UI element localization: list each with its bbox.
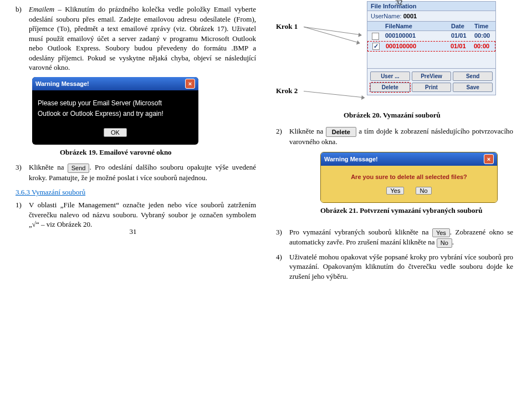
delete-step4-text: Uživatelé mohou opakovat výše popsané kr…	[289, 252, 513, 282]
krok-2-arrow	[304, 91, 365, 98]
item-b-body: – Kliknutím do prázdného kolečka vedle p…	[29, 5, 256, 72]
step-3: 3) Klikněte na Send. Pro odeslání dalšíh…	[16, 162, 256, 182]
username-label: UserName:	[371, 13, 402, 19]
file-info-title: File Information	[367, 2, 495, 11]
col-date: Date	[449, 22, 472, 30]
col-check	[367, 22, 383, 30]
krok-1-arrow	[304, 27, 361, 35]
no-button-inline[interactable]: No	[437, 238, 452, 248]
file-info-username: UserName: 0001	[367, 11, 495, 21]
page-number-left: 31	[130, 227, 137, 236]
warning-dialog-19: Warning Message! × Please setup your Ema…	[32, 77, 198, 145]
delete-button-panel[interactable]: Delete	[370, 83, 410, 92]
no-button[interactable]: No	[416, 187, 431, 195]
delete-step1-num: 1)	[16, 200, 25, 229]
delete-step-4: 4) Uživatelé mohou opakovat výše popsané…	[276, 252, 513, 282]
checkbox-checked-icon[interactable]: ✓	[372, 43, 380, 50]
file-info-panel: File Information UserName: 0001 FileName…	[367, 1, 496, 95]
preview-button[interactable]: PreView	[412, 72, 452, 81]
row1-time: 00:00	[472, 31, 495, 41]
dialog-line2: Outlook or Outlook Express) and try agai…	[38, 109, 193, 119]
warn21-wrap: Warning Message! × Are you sure to delet…	[276, 149, 513, 215]
page-number-right: 32	[396, 0, 403, 7]
send-button-panel[interactable]: Send	[453, 72, 493, 81]
page-left: b) Emailem – Kliknutím do prázdného kole…	[0, 0, 266, 238]
figure-20-caption: Obrázek 20. Vymazání souborů	[344, 111, 441, 119]
dialog-body: Please setup your Email Server (Microsof…	[32, 90, 198, 126]
table-row: 000100001 01/01 00:00	[367, 31, 495, 41]
file-info-panel-wrap: File Information UserName: 0001 FileName…	[365, 1, 496, 95]
delete-step2-num: 2)	[276, 126, 286, 147]
username-value: 0001	[403, 13, 417, 19]
item-b-num: b)	[16, 4, 25, 73]
item-b-em: Emailem	[29, 5, 54, 13]
dialog21-body: Are you sure to delete all selected file…	[321, 166, 497, 202]
col-filename: FileName	[383, 22, 449, 30]
step-3-pre: Klikněte na	[29, 163, 68, 171]
row2-date: 01/01	[448, 42, 472, 52]
list-item-b: b) Emailem – Kliknutím do prázdného kole…	[16, 4, 256, 73]
dialog21-titlebar: Warning Message! ×	[321, 152, 497, 166]
delete-step3-pre: Pro vymazání vybraných souborů klikněte …	[289, 228, 432, 236]
yes-button-inline[interactable]: Yes	[432, 228, 450, 238]
col-time: Time	[472, 22, 495, 30]
user-button[interactable]: User ...	[370, 72, 410, 81]
dialog21-title: Warning Message!	[324, 156, 378, 162]
dialog-title: Warning Message!	[35, 80, 89, 87]
row1-name: 000100001	[383, 31, 449, 41]
delete-step-1: 1) V oblasti „File Management“ označte j…	[16, 200, 256, 229]
delete-step-3: 3) Pro vymazání vybraných souborů klikně…	[276, 227, 513, 286]
file-info-buttons: User ... PreView Send Delete Print Save	[367, 68, 495, 95]
page-right: Krok 1 File Information UserName: 0001 F…	[266, 0, 532, 9]
delete-step4-num: 4)	[276, 252, 286, 282]
fig20-cap-wrap: Obrázek 20. Vymazání souborů	[344, 111, 441, 120]
krok-1-label: Krok 1	[276, 22, 305, 31]
delete-step2-pre: Klikněte na	[289, 127, 326, 135]
delete-button-inline[interactable]: Delete	[326, 127, 356, 137]
table-row-selected: ✓ 000100000 01/01 00:00	[367, 41, 495, 52]
ok-button[interactable]: OK	[104, 128, 127, 137]
figure-19-caption: Obrázek 19. Emailové varovné okno	[60, 148, 256, 157]
step-3-num: 3)	[16, 162, 25, 182]
warning-dialog-21: Warning Message! × Are you sure to delet…	[320, 152, 498, 203]
step-3-text: Klikněte na Send. Pro odeslání dalšího s…	[29, 162, 256, 182]
dialog-titlebar: Warning Message! ×	[32, 77, 198, 90]
checkbox-icon[interactable]	[372, 33, 379, 40]
figure-21-caption: Obrázek 21. Potvrzení vymazání vybraných…	[320, 206, 513, 215]
delete-step1-text: V oblasti „File Management“ označte jede…	[29, 200, 256, 229]
dialog-buttons: OK	[32, 126, 198, 145]
send-button[interactable]: Send	[68, 164, 90, 173]
item-b-text: Emailem – Kliknutím do prázdného kolečka…	[29, 4, 256, 73]
row2-time: 00:00	[472, 42, 495, 52]
close-icon[interactable]: ×	[185, 79, 195, 89]
file-table-header: FileName Date Time	[367, 21, 495, 31]
dialog-line1: Please setup your Email Server (Microsof…	[38, 98, 193, 109]
delete-step-2: 2) Klikněte na Delete a tím dojde k zobr…	[276, 126, 513, 147]
krok-2-label: Krok 2	[276, 86, 305, 95]
delete-step3-num: 3)	[276, 227, 286, 248]
section-363-title: 3.6.3 Vymazání souborů	[16, 188, 256, 197]
row1-date: 01/01	[449, 31, 472, 41]
dialog21-message: Are you sure to delete all selected file…	[329, 173, 489, 180]
print-button[interactable]: Print	[412, 83, 452, 92]
krok-1-arrow-b	[304, 27, 360, 43]
save-button[interactable]: Save	[453, 83, 493, 92]
close-icon[interactable]: ×	[484, 154, 494, 164]
delete-step3-end: .	[452, 238, 454, 246]
row2-name: 000100000	[383, 42, 448, 52]
yes-button[interactable]: Yes	[386, 187, 404, 195]
